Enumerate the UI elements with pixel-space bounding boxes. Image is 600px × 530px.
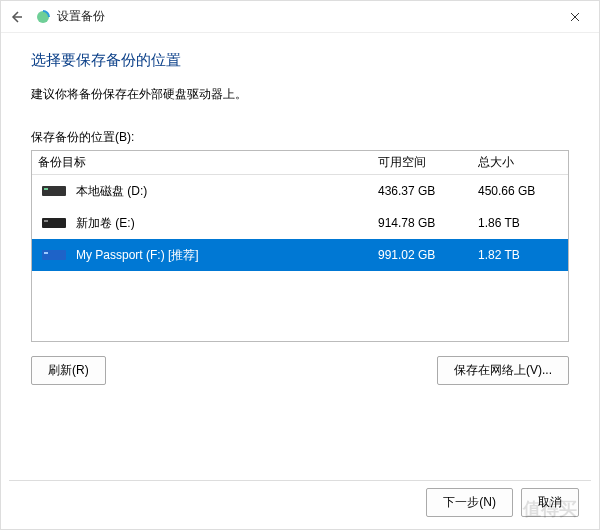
hdd-icon [40, 214, 68, 232]
hdd-icon [40, 182, 68, 200]
column-name[interactable]: 备份目标 [32, 154, 378, 171]
drive-total: 1.82 TB [478, 248, 568, 262]
drive-total: 450.66 GB [478, 184, 568, 198]
window-title: 设置备份 [57, 8, 105, 25]
svg-rect-1 [42, 186, 66, 196]
close-button[interactable] [555, 3, 595, 31]
drive-free: 991.02 GB [378, 248, 478, 262]
list-label: 保存备份的位置(B): [31, 129, 569, 146]
drive-row[interactable]: My Passport (F:) [推荐] 991.02 GB 1.82 TB [32, 239, 568, 271]
cancel-button[interactable]: 取消 [521, 488, 579, 517]
save-network-button[interactable]: 保存在网络上(V)... [437, 356, 569, 385]
svg-rect-4 [44, 220, 48, 222]
svg-rect-5 [42, 250, 66, 260]
svg-rect-3 [42, 218, 66, 228]
close-icon [570, 12, 580, 22]
svg-rect-6 [44, 252, 48, 254]
drive-free: 436.37 GB [378, 184, 478, 198]
drive-free: 914.78 GB [378, 216, 478, 230]
footer-separator [9, 480, 591, 481]
hdd-icon [40, 246, 68, 264]
list-header: 备份目标 可用空间 总大小 [32, 151, 568, 175]
page-heading: 选择要保存备份的位置 [31, 51, 569, 70]
column-free[interactable]: 可用空间 [378, 154, 478, 171]
column-total[interactable]: 总大小 [478, 154, 568, 171]
arrow-left-icon [9, 9, 25, 25]
refresh-button[interactable]: 刷新(R) [31, 356, 106, 385]
page-subtext: 建议你将备份保存在外部硬盘驱动器上。 [31, 86, 569, 103]
svg-rect-2 [44, 188, 48, 190]
drive-label: 本地磁盘 (D:) [76, 183, 378, 200]
next-button[interactable]: 下一步(N) [426, 488, 513, 517]
drive-row[interactable]: 新加卷 (E:) 914.78 GB 1.86 TB [32, 207, 568, 239]
drive-label: My Passport (F:) [推荐] [76, 247, 378, 264]
drive-row[interactable]: 本地磁盘 (D:) 436.37 GB 450.66 GB [32, 175, 568, 207]
drive-total: 1.86 TB [478, 216, 568, 230]
drive-label: 新加卷 (E:) [76, 215, 378, 232]
wizard-icon [35, 9, 51, 25]
back-button[interactable] [5, 5, 29, 29]
drive-list: 备份目标 可用空间 总大小 本地磁盘 (D:) 436.37 GB 450.66… [31, 150, 569, 342]
